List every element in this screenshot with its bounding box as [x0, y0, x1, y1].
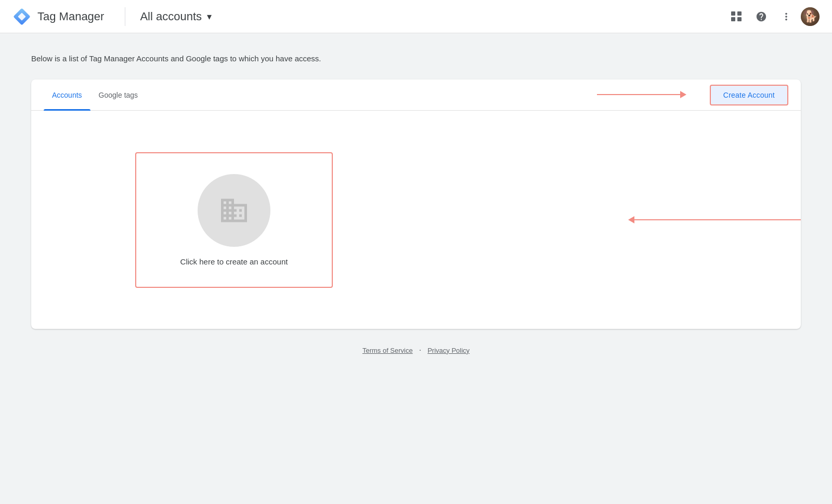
main-content: Below is a list of Tag Manager Accounts …	[0, 33, 832, 504]
apps-grid-button[interactable]	[726, 6, 747, 27]
empty-state-icon-circle	[198, 174, 270, 247]
terms-of-service-link[interactable]: Terms of Service	[362, 347, 413, 354]
empty-state-text: Click here to create an account	[180, 257, 288, 266]
building-icon	[218, 195, 250, 226]
header-actions	[726, 6, 820, 27]
grid-icon	[731, 11, 742, 22]
footer: Terms of Service · Privacy Policy	[31, 346, 801, 355]
privacy-policy-link[interactable]: Privacy Policy	[427, 347, 470, 354]
tab-google-tags[interactable]: Google tags	[90, 79, 147, 111]
tab-accounts[interactable]: Accounts	[44, 79, 90, 111]
empty-state-box[interactable]: Click here to create an account	[135, 152, 333, 288]
arrow-line	[597, 94, 680, 95]
header: Tag Manager All accounts ▾	[0, 0, 832, 33]
annotation-arrow-empty	[628, 216, 801, 223]
arrow-line-empty	[634, 219, 801, 220]
help-icon	[756, 11, 767, 22]
more-options-button[interactable]	[776, 6, 797, 27]
avatar-image	[801, 7, 820, 26]
card-body: Click here to create an account	[31, 111, 801, 329]
help-button[interactable]	[751, 6, 772, 27]
user-avatar[interactable]	[801, 7, 820, 26]
tabs-container: Accounts Google tags	[44, 79, 710, 111]
more-vertical-icon	[781, 11, 792, 22]
app-name: Tag Manager	[37, 10, 104, 23]
tabs-row: Accounts Google tags Create Account	[31, 79, 801, 111]
arrow-head	[680, 91, 686, 98]
chevron-down-icon: ▾	[207, 11, 212, 22]
account-selector[interactable]: All accounts ▾	[136, 7, 216, 26]
create-account-button[interactable]: Create Account	[710, 85, 788, 105]
tag-manager-logo	[12, 7, 31, 26]
page-subtitle: Below is a list of Tag Manager Accounts …	[31, 54, 801, 63]
header-divider	[125, 7, 125, 26]
accounts-card: Accounts Google tags Create Account	[31, 79, 801, 329]
logo-container: Tag Manager	[12, 7, 104, 26]
annotation-arrow-create	[597, 91, 686, 98]
account-selector-label: All accounts	[140, 10, 202, 23]
footer-separator: ·	[419, 346, 421, 355]
tab-accounts-label: Accounts	[52, 91, 82, 99]
arrow-head-left	[628, 216, 634, 223]
tab-google-tags-label: Google tags	[99, 91, 138, 99]
